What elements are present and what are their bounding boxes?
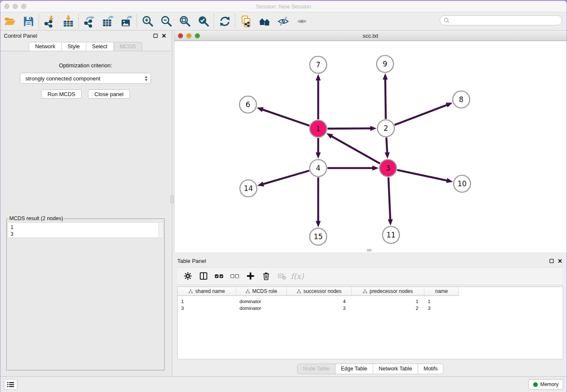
minimize-network-button[interactable] bbox=[186, 33, 192, 39]
select-all-columns-button[interactable] bbox=[211, 269, 227, 283]
table-tab-motifs[interactable]: Motifs bbox=[418, 364, 443, 374]
column-header-name[interactable]: name bbox=[424, 287, 459, 296]
first-neighbors-button[interactable] bbox=[255, 14, 274, 29]
graph-edge-2-8[interactable] bbox=[395, 105, 448, 125]
result-scrollbar[interactable] bbox=[158, 223, 162, 237]
open-folder-icon bbox=[4, 15, 16, 28]
column-header-predecessor-nodes[interactable]: predecessor nodes bbox=[352, 287, 424, 296]
export-table-button[interactable] bbox=[99, 14, 117, 29]
node-label-8: 8 bbox=[459, 95, 464, 104]
node-label-6: 6 bbox=[246, 100, 250, 109]
node-label-10: 10 bbox=[457, 179, 467, 188]
zoom-in-button[interactable] bbox=[138, 14, 157, 29]
search-input[interactable] bbox=[451, 17, 562, 24]
refresh-layout-button[interactable] bbox=[215, 14, 234, 29]
delete-columns-button[interactable] bbox=[258, 269, 274, 283]
float-table-panel-button[interactable] bbox=[548, 258, 555, 265]
table-cell[interactable]: 3 bbox=[178, 306, 236, 311]
table-cell[interactable]: 3 bbox=[424, 306, 459, 311]
graph-edge-4-14[interactable] bbox=[262, 171, 309, 184]
column-header-successor-nodes[interactable]: successor nodes bbox=[287, 287, 352, 296]
network-window-controls bbox=[178, 33, 200, 39]
hierarchy-sort-icon bbox=[297, 289, 301, 294]
table-cell[interactable]: 1 bbox=[352, 299, 424, 304]
create-column-button[interactable] bbox=[242, 269, 258, 283]
zoom-out-icon bbox=[160, 15, 173, 28]
table-row[interactable]: 3dominator323 bbox=[178, 305, 563, 312]
column-header-shared-name[interactable]: shared name bbox=[178, 287, 236, 296]
tab-select[interactable]: Select bbox=[86, 42, 114, 51]
graph-edge-1-2[interactable] bbox=[328, 128, 372, 129]
control-panel-header: Control Panel bbox=[0, 30, 171, 41]
edge-arrowhead-icon bbox=[257, 107, 264, 112]
run-mcds-button[interactable]: Run MCDS bbox=[41, 89, 82, 99]
table-cell[interactable]: 1 bbox=[178, 299, 236, 304]
zoom-selected-icon bbox=[198, 15, 210, 28]
graph-edge-3-10[interactable] bbox=[397, 170, 448, 181]
save-session-button[interactable] bbox=[19, 14, 38, 29]
tab-mcds[interactable]: MCDS bbox=[113, 42, 142, 51]
eye-disabled-icon bbox=[296, 15, 308, 28]
node-label-9: 9 bbox=[383, 60, 388, 68]
table-cell[interactable]: dominator bbox=[236, 299, 287, 304]
network-graph[interactable]: 7968124314101511 bbox=[174, 41, 567, 253]
zoom-in-icon bbox=[142, 15, 154, 28]
table-cell[interactable]: dominator bbox=[236, 306, 287, 311]
table-tab-network-table[interactable]: Network Table bbox=[373, 364, 418, 374]
edge-arrowhead-icon bbox=[316, 221, 321, 227]
table-options-button[interactable] bbox=[180, 269, 195, 283]
splitter-handle-icon[interactable] bbox=[171, 196, 174, 203]
graph-edge-2-3[interactable] bbox=[386, 138, 387, 154]
canvas-splitter-thumb[interactable] bbox=[367, 249, 372, 251]
close-panel-button-mcds[interactable]: Close panel bbox=[88, 89, 130, 99]
show-all-button[interactable] bbox=[292, 14, 311, 29]
hierarchy-sort-icon bbox=[245, 289, 250, 294]
memory-button[interactable]: Memory bbox=[528, 379, 563, 389]
graph-edge-3-11[interactable] bbox=[388, 177, 391, 221]
criterion-select[interactable]: strongly connected component bbox=[20, 73, 151, 84]
tab-style[interactable]: Style bbox=[61, 42, 86, 51]
export-image-button[interactable] bbox=[117, 14, 136, 29]
trash-icon bbox=[261, 271, 271, 281]
browse-mode-button[interactable] bbox=[195, 269, 211, 283]
close-network-button[interactable] bbox=[178, 33, 183, 39]
table-tab-edge-table[interactable]: Edge Table bbox=[335, 364, 373, 374]
unselect-all-columns-button[interactable] bbox=[227, 269, 242, 283]
toolbar-separator bbox=[214, 14, 215, 28]
table-tab-node-table[interactable]: Node Table bbox=[297, 364, 336, 374]
import-network-button[interactable] bbox=[40, 14, 59, 29]
float-panel-button[interactable] bbox=[152, 33, 159, 39]
node-label-3: 3 bbox=[386, 164, 391, 172]
control-panel: Control Panel Network Style Select MCDS … bbox=[0, 30, 171, 376]
zoom-out-button[interactable] bbox=[157, 14, 176, 29]
network-canvas[interactable]: 7968124314101511 bbox=[174, 41, 567, 252]
task-history-button[interactable] bbox=[4, 379, 17, 390]
close-table-panel-button[interactable] bbox=[556, 258, 563, 265]
graph-edge-3-1[interactable] bbox=[331, 136, 380, 164]
column-header-MCDS-role[interactable]: MCDS role bbox=[236, 287, 287, 296]
table-cell[interactable]: 2 bbox=[352, 306, 424, 311]
zoom-selected-button[interactable] bbox=[194, 14, 213, 29]
network-and-table-area: scc.txt 7968124314101511 Table Panel bbox=[174, 30, 567, 376]
close-panel-button[interactable] bbox=[160, 33, 167, 39]
float-icon bbox=[153, 33, 158, 38]
graph-edge-1-6[interactable] bbox=[261, 109, 309, 126]
table-cell[interactable]: 3 bbox=[287, 306, 352, 311]
zoom-fit-button[interactable] bbox=[176, 14, 194, 29]
tab-network[interactable]: Network bbox=[29, 42, 62, 51]
search-field[interactable] bbox=[440, 15, 562, 25]
export-network-button[interactable] bbox=[80, 14, 99, 29]
import-table-button[interactable] bbox=[59, 14, 77, 29]
panel-splitter[interactable] bbox=[171, 30, 174, 376]
graph-edge-2-9[interactable] bbox=[385, 78, 385, 119]
table-cell[interactable]: 1 bbox=[424, 299, 459, 304]
duplicate-network-button[interactable] bbox=[237, 14, 255, 29]
table-row[interactable]: 1dominator411 bbox=[178, 298, 563, 305]
maximize-network-button[interactable] bbox=[195, 33, 200, 39]
open-session-button[interactable] bbox=[0, 14, 19, 29]
mcds-result-list[interactable]: 1 3 bbox=[8, 222, 163, 238]
select-stepper-icon bbox=[144, 75, 148, 82]
table-cell[interactable]: 4 bbox=[287, 299, 352, 304]
hide-selected-button[interactable] bbox=[274, 14, 292, 29]
delete-table-icon bbox=[277, 271, 286, 281]
